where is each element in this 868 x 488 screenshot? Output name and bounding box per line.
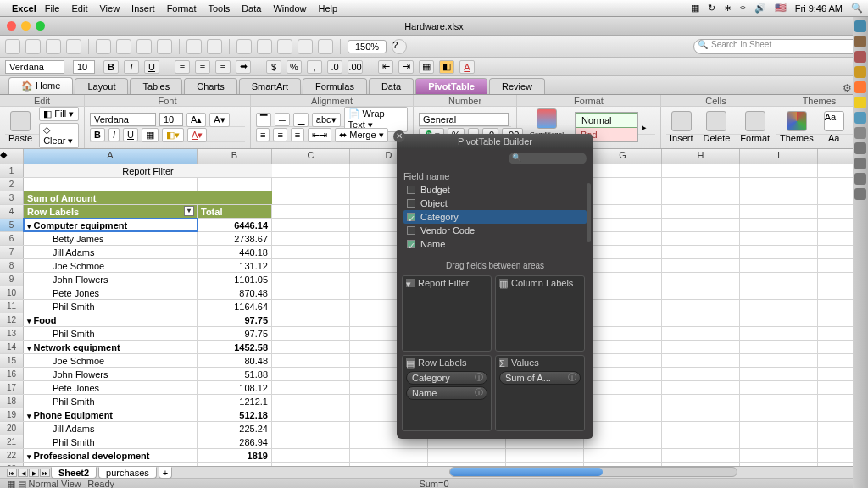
app-name[interactable]: Excel bbox=[12, 3, 36, 14]
cell[interactable] bbox=[584, 368, 662, 380]
paste-button[interactable] bbox=[136, 39, 152, 54]
indent-button[interactable]: ⇤⇥ bbox=[308, 128, 331, 142]
cell[interactable] bbox=[272, 435, 350, 448]
cell[interactable] bbox=[662, 300, 740, 313]
row-header[interactable]: 18 bbox=[0, 395, 24, 408]
dock-app-3[interactable] bbox=[854, 51, 866, 63]
cell[interactable] bbox=[662, 435, 740, 448]
cell[interactable]: 1101.05 bbox=[198, 273, 272, 286]
toolbox-button[interactable] bbox=[318, 39, 333, 54]
select-all-corner[interactable]: ◆ bbox=[0, 149, 24, 164]
cell[interactable]: 2738.67 bbox=[198, 232, 272, 245]
merge-button[interactable]: ⬌ Merge ▾ bbox=[335, 128, 387, 142]
cell[interactable] bbox=[506, 449, 584, 462]
cell[interactable]: Betty James bbox=[24, 232, 198, 245]
orientation-button[interactable]: abc▾ bbox=[312, 113, 341, 127]
row-header[interactable]: 16 bbox=[0, 368, 24, 380]
cell[interactable]: 1212.1 bbox=[198, 395, 272, 408]
cell[interactable]: Pete Jones bbox=[24, 286, 198, 299]
sheet-nav-next[interactable]: ▶ bbox=[29, 469, 39, 477]
sheet-nav-first[interactable]: ⏮ bbox=[7, 469, 17, 477]
pivot-area-report-filter[interactable]: ▾Report Filter bbox=[402, 275, 492, 352]
pivot-field-budget[interactable]: Budget bbox=[403, 183, 587, 197]
cell[interactable] bbox=[272, 408, 350, 421]
tab-home[interactable]: 🏠 Home bbox=[8, 77, 73, 94]
cell[interactable] bbox=[584, 341, 662, 353]
row-header[interactable]: 1 bbox=[0, 164, 24, 177]
col-header-b[interactable]: B bbox=[198, 149, 272, 164]
align-right-2[interactable]: ≡ bbox=[215, 60, 231, 74]
cell[interactable]: 97.75 bbox=[198, 313, 272, 326]
help-button[interactable]: ? bbox=[392, 39, 407, 54]
dock-app-8[interactable] bbox=[854, 127, 866, 139]
cell[interactable] bbox=[662, 205, 740, 218]
insert-cells-button[interactable]: Insert bbox=[666, 111, 697, 143]
view-buttons[interactable]: ▦ ▤ bbox=[7, 479, 26, 489]
row-header[interactable]: 11 bbox=[0, 300, 24, 313]
cell[interactable]: 1819 bbox=[198, 449, 272, 462]
cell[interactable] bbox=[740, 246, 818, 258]
indent-in-button[interactable]: ⇥ bbox=[398, 60, 414, 74]
cell[interactable] bbox=[272, 300, 350, 313]
undo-button[interactable] bbox=[186, 39, 202, 54]
cell[interactable] bbox=[272, 178, 350, 191]
cell[interactable]: Professional development bbox=[24, 449, 198, 462]
cell[interactable] bbox=[584, 246, 662, 258]
cell[interactable] bbox=[272, 381, 350, 394]
checkbox-icon[interactable] bbox=[407, 186, 415, 194]
cell[interactable] bbox=[584, 286, 662, 299]
align-left-2[interactable]: ≡ bbox=[175, 60, 190, 74]
close-window-icon[interactable] bbox=[7, 21, 16, 30]
sum-button[interactable] bbox=[236, 39, 252, 54]
menu-help[interactable]: Help bbox=[319, 3, 338, 14]
cell[interactable] bbox=[272, 341, 350, 353]
tab-layout[interactable]: Layout bbox=[75, 78, 128, 94]
cell[interactable] bbox=[272, 354, 350, 367]
align-center-2[interactable]: ≡ bbox=[195, 60, 210, 74]
zoom-window-icon[interactable] bbox=[36, 21, 45, 30]
align-bot[interactable]: ▁ bbox=[293, 113, 309, 127]
cell[interactable] bbox=[584, 449, 662, 462]
redo-button[interactable] bbox=[207, 39, 222, 54]
cell[interactable] bbox=[662, 381, 740, 394]
row-header[interactable]: 6 bbox=[0, 232, 24, 245]
delete-cells-button[interactable]: Delete bbox=[700, 111, 734, 143]
cell[interactable] bbox=[662, 341, 740, 353]
cell[interactable] bbox=[272, 205, 350, 218]
horizontal-scrollbar[interactable] bbox=[449, 467, 737, 477]
row-header[interactable]: 8 bbox=[0, 259, 24, 272]
font-combo-2[interactable]: Verdana bbox=[5, 60, 64, 74]
cell[interactable] bbox=[662, 246, 740, 258]
pivottable-builder-panel[interactable]: ✕ PivotTable Builder 🔍 Field name Budget… bbox=[397, 134, 593, 439]
tab-review[interactable]: Review bbox=[489, 78, 545, 94]
theme-fonts-button[interactable]: AaAa bbox=[821, 111, 848, 143]
sort-asc-button[interactable] bbox=[257, 39, 272, 54]
cell[interactable] bbox=[584, 435, 662, 448]
border-button[interactable]: ▦ bbox=[142, 128, 159, 142]
print-button[interactable] bbox=[66, 39, 81, 54]
cell[interactable] bbox=[272, 273, 350, 286]
menu-edit[interactable]: Edit bbox=[71, 3, 87, 14]
fill-button[interactable]: ◧ Fill ▾ bbox=[39, 107, 79, 121]
grow-font-button[interactable]: A▴ bbox=[186, 113, 206, 127]
cell[interactable] bbox=[740, 354, 818, 367]
cell[interactable] bbox=[740, 205, 818, 218]
cell[interactable] bbox=[272, 422, 350, 435]
cell[interactable] bbox=[584, 178, 662, 191]
dec-decimal-button[interactable]: .00 bbox=[348, 60, 363, 74]
pivot-area-column-labels[interactable]: ▥Column Labels bbox=[495, 275, 585, 352]
row-header[interactable]: 14 bbox=[0, 341, 24, 353]
cell[interactable]: 870.48 bbox=[198, 286, 272, 299]
font-color-button[interactable]: A bbox=[459, 60, 475, 74]
cell[interactable] bbox=[584, 313, 662, 326]
align-mid[interactable]: ═ bbox=[275, 113, 290, 126]
cell[interactable] bbox=[584, 273, 662, 286]
comma-button[interactable]: , bbox=[307, 60, 322, 74]
cell[interactable] bbox=[740, 381, 818, 394]
row-header[interactable]: 4 bbox=[0, 205, 24, 218]
cell[interactable] bbox=[662, 286, 740, 299]
cell[interactable] bbox=[584, 164, 662, 177]
menu-format[interactable]: Format bbox=[167, 3, 197, 14]
pivot-area-row-labels[interactable]: ▤Row Labels Categoryi Namei bbox=[402, 355, 492, 431]
cell[interactable] bbox=[662, 232, 740, 245]
